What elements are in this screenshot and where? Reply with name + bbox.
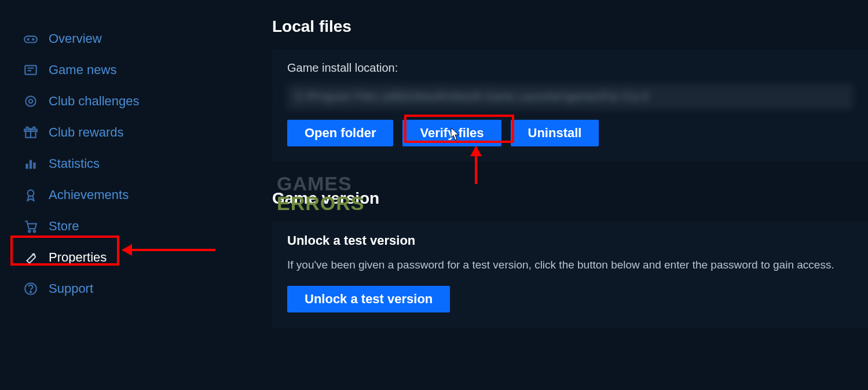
- sidebar-item-label: Game news: [49, 62, 116, 78]
- svg-point-15: [30, 291, 31, 292]
- sidebar-item-label: Support: [49, 281, 93, 296]
- sidebar-item-club-challenges[interactable]: Club challenges: [17, 86, 145, 117]
- uninstall-button[interactable]: Uninstall: [511, 120, 599, 146]
- sidebar-item-properties[interactable]: Properties: [17, 242, 112, 273]
- svg-point-1: [28, 39, 29, 40]
- game-version-heading: Game version: [272, 189, 868, 208]
- open-folder-button[interactable]: Open folder: [287, 120, 393, 146]
- help-icon: [23, 281, 38, 296]
- install-location-label: Game install location:: [287, 61, 853, 75]
- install-path-field[interactable]: C:\Program Files (x86)\Ubisoft\Ubisoft G…: [287, 84, 853, 109]
- local-files-heading: Local files: [272, 17, 868, 36]
- unlock-title: Unlock a test version: [287, 233, 853, 248]
- local-files-panel: Game install location: C:\Program Files …: [272, 50, 868, 161]
- svg-rect-9: [33, 163, 35, 169]
- sidebar-item-overview[interactable]: Overview: [17, 23, 108, 54]
- sidebar-item-label: Overview: [49, 31, 102, 46]
- sidebar-item-label: Club challenges: [49, 94, 140, 109]
- news-icon: [23, 62, 38, 78]
- unlock-test-version-button[interactable]: Unlock a test version: [287, 286, 450, 312]
- sidebar-item-label: Properties: [49, 250, 107, 265]
- svg-point-5: [29, 100, 33, 104]
- unlock-description: If you've been given a password for a te…: [287, 256, 853, 273]
- svg-point-13: [33, 254, 34, 255]
- target-icon: [23, 94, 38, 109]
- sidebar-item-label: Club rewards: [49, 125, 124, 140]
- svg-rect-8: [30, 160, 32, 169]
- cart-icon: [23, 219, 38, 234]
- svg-point-10: [28, 190, 34, 196]
- sidebar-item-club-rewards[interactable]: Club rewards: [17, 117, 130, 148]
- gift-icon: [23, 125, 38, 140]
- sidebar: Overview Game news Club challenges Club …: [0, 0, 255, 390]
- sidebar-item-support[interactable]: Support: [17, 273, 99, 304]
- svg-rect-7: [25, 164, 28, 169]
- svg-point-12: [34, 230, 35, 232]
- sidebar-item-label: Achievements: [49, 187, 129, 203]
- sidebar-item-game-news[interactable]: Game news: [17, 54, 122, 86]
- svg-point-2: [32, 39, 34, 40]
- game-version-panel: Unlock a test version If you've been giv…: [272, 222, 868, 328]
- verify-files-button[interactable]: Verify files: [402, 120, 501, 146]
- bar-chart-icon: [23, 156, 38, 171]
- main-content: Local files Game install location: C:\Pr…: [255, 0, 868, 390]
- sidebar-item-achievements[interactable]: Achievements: [17, 179, 134, 211]
- svg-point-4: [25, 96, 35, 106]
- medal-icon: [23, 187, 38, 203]
- sidebar-item-statistics[interactable]: Statistics: [17, 148, 105, 179]
- sidebar-item-label: Store: [49, 219, 79, 234]
- gamepad-icon: [23, 31, 38, 46]
- wrench-icon: [23, 250, 38, 265]
- sidebar-item-store[interactable]: Store: [17, 211, 85, 242]
- sidebar-item-label: Statistics: [49, 156, 100, 171]
- svg-point-11: [28, 230, 30, 232]
- svg-rect-0: [24, 36, 37, 43]
- local-files-buttons: Open folder Verify files Uninstall: [287, 120, 853, 146]
